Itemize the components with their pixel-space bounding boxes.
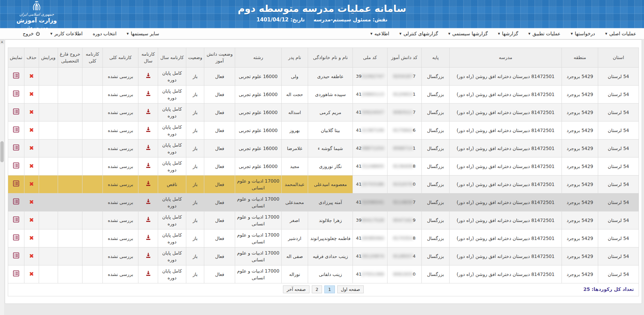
left-scrollbar[interactable]: ▲ ▼ <box>0 39 4 315</box>
delete-icon[interactable]: ✖ <box>29 145 34 151</box>
download-icon[interactable] <box>146 181 151 186</box>
view-details-icon[interactable] <box>13 144 19 151</box>
page-button-2[interactable]: 2 <box>312 285 322 293</box>
cell-grade: بزرگسال <box>421 265 450 283</box>
delete-icon[interactable]: ✖ <box>29 91 34 97</box>
view-details-icon[interactable] <box>13 72 19 79</box>
download-icon[interactable] <box>146 109 151 114</box>
menu-item-left-1[interactable]: انتخاب دوره <box>88 28 121 39</box>
cell-delete: ✖ <box>24 247 39 265</box>
view-details-icon[interactable] <box>13 216 19 223</box>
delete-icon[interactable]: ✖ <box>29 199 34 205</box>
view-details-icon[interactable] <box>13 198 19 205</box>
last-page-button[interactable]: صفحه آخر <box>283 285 309 293</box>
cell-school: 81472501 دبیرستان دخترانه افق روشن (راه … <box>450 122 562 140</box>
delete-icon[interactable]: ✖ <box>29 217 34 223</box>
chevron-down-icon: ▼ <box>605 32 607 35</box>
cell-grade: بزرگسال <box>421 193 450 211</box>
menu-item-3[interactable]: گزارشها▼ <box>493 28 523 39</box>
cell-fullname: زینب حدادی فرقیه <box>308 247 353 265</box>
cell-edit <box>39 158 58 175</box>
cell-view <box>8 175 24 193</box>
chevron-down-icon: ▼ <box>399 32 401 35</box>
menu-item-left-0[interactable]: سایر سیستمها▼ <box>121 28 164 39</box>
delete-icon[interactable]: ✖ <box>29 163 34 169</box>
download-icon[interactable] <box>146 73 151 78</box>
view-details-icon[interactable] <box>13 162 19 169</box>
view-details-icon[interactable] <box>13 252 19 259</box>
download-icon[interactable] <box>146 91 151 96</box>
cell-view <box>8 104 24 122</box>
national-code-blurred: 08871254 <box>362 146 384 151</box>
menu-item-5[interactable]: گزارشهای کنترلی▼ <box>394 28 443 39</box>
cell-father-name: اسداله <box>281 104 308 122</box>
cell-status: باز <box>186 122 204 140</box>
download-icon[interactable] <box>146 163 151 168</box>
cell-school: 81472501 دبیرستان دخترانه افق روشن (راه … <box>450 175 562 193</box>
first-page-button[interactable]: صفحه اول <box>337 285 364 293</box>
menu-item-4[interactable]: گزارشها سیستمی▼ <box>443 28 493 39</box>
cell-school: 81472501 دبیرستان دخترانه افق روشن (راه … <box>450 86 562 104</box>
delete-icon[interactable]: ✖ <box>29 271 34 277</box>
cell-overall-report <box>82 211 103 229</box>
cell-fullname: زهرا جلالوند <box>308 211 353 229</box>
download-icon[interactable] <box>146 217 151 222</box>
page-button-1[interactable]: 1 <box>324 285 335 293</box>
national-code-visible-digits: 41 <box>356 236 362 241</box>
cell-fullname: معصومه امیدعلی <box>308 175 353 193</box>
cell-overall-report-status: بررسی نشده <box>102 211 138 229</box>
app-header: جمهوری اسلامی ایران وزارت آموزش وپرورش س… <box>0 0 644 28</box>
cell-delete: ✖ <box>24 265 39 283</box>
cell-student-status: فعال <box>204 265 235 283</box>
cell-student-code: 91703548 <box>387 229 421 247</box>
view-details-icon[interactable] <box>13 180 19 187</box>
menu-item-2[interactable]: عملیات تطبیق▼ <box>523 28 566 39</box>
cell-status: باز <box>186 229 204 247</box>
delete-icon[interactable]: ✖ <box>29 109 34 115</box>
download-icon[interactable] <box>146 271 151 276</box>
download-icon[interactable] <box>146 253 151 258</box>
download-icon[interactable] <box>146 145 151 150</box>
cell-school: 81472501 دبیرستان دخترانه افق روشن (راه … <box>450 247 562 265</box>
scrollbar-up-arrow-icon[interactable]: ▲ <box>0 39 4 44</box>
view-details-icon[interactable] <box>13 108 19 115</box>
download-icon[interactable] <box>146 199 151 204</box>
cell-year-report-status: کامل پایان دوره <box>158 211 186 229</box>
menu-item-0[interactable]: عملیات اصلی▼ <box>600 28 641 39</box>
menu-item-1[interactable]: درخواستها▼ <box>566 28 600 39</box>
view-details-icon[interactable] <box>13 270 19 277</box>
delete-icon[interactable]: ✖ <box>29 253 34 259</box>
cell-edit <box>39 229 58 247</box>
cell-view <box>8 122 24 140</box>
national-code-blurred: 32096541 <box>362 200 384 205</box>
download-icon[interactable] <box>146 127 151 132</box>
cell-student-code: 90687141 <box>387 140 421 158</box>
cell-overall-report <box>82 104 103 122</box>
cell-overall-report-status: بررسی نشده <box>102 193 138 211</box>
delete-icon[interactable]: ✖ <box>29 235 34 241</box>
national-code-visible-digits: 41 <box>356 110 362 115</box>
view-details-icon[interactable] <box>13 234 19 241</box>
cell-graduation-exit <box>58 247 82 265</box>
cell-student-code: 92041877 <box>387 68 421 86</box>
delete-icon[interactable]: ✖ <box>29 181 34 187</box>
table-row: 54 لرستان 5429 بروجرد 81472501 دبیرستان … <box>8 265 639 283</box>
menu-item-6[interactable]: اطلاعیه▼ <box>365 28 394 39</box>
download-icon[interactable] <box>146 235 151 240</box>
cell-status: باز <box>186 86 204 104</box>
scrollbar-thumb[interactable] <box>0 141 4 162</box>
cell-school: 81472501 دبیرستان دخترانه افق روشن (راه … <box>450 229 562 247</box>
menu-label: سایر سیستمها <box>131 31 159 36</box>
view-details-icon[interactable] <box>13 126 19 133</box>
national-code-visible-digits: 41 <box>356 200 362 205</box>
cell-year-report-download <box>138 140 158 158</box>
column-header-1: منطقه <box>562 48 598 68</box>
cell-grade: بزرگسال <box>421 86 450 104</box>
column-header-10: وضعیت <box>186 48 204 68</box>
delete-icon[interactable]: ✖ <box>29 73 34 79</box>
view-details-icon[interactable] <box>13 90 19 97</box>
cell-year-report-download <box>138 158 158 175</box>
delete-icon[interactable]: ✖ <box>29 127 34 133</box>
student-code-visible-digit: 0 <box>413 182 415 187</box>
cell-fullname: فاطمه چغلوندپیرانوند <box>308 229 353 247</box>
